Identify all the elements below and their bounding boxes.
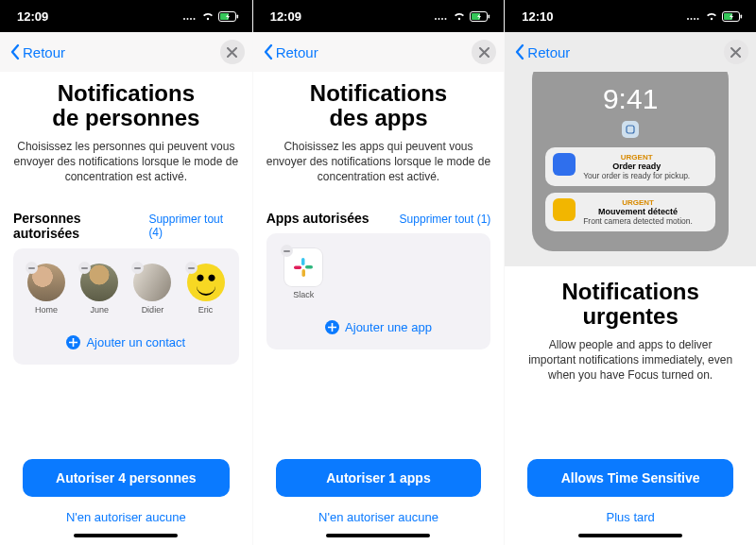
section-label: Apps autorisées: [266, 211, 369, 226]
chevron-left-icon: [514, 43, 525, 60]
status-bar: 12:09: [0, 0, 252, 32]
content-people: Notificationsde personnes Choisissez les…: [0, 72, 252, 545]
battery-charging-icon: [722, 11, 743, 22]
home-indicator[interactable]: [13, 528, 239, 543]
svg-rect-21: [302, 269, 306, 277]
home-indicator[interactable]: [266, 528, 491, 543]
svg-rect-20: [305, 265, 313, 269]
app-slack[interactable]: Slack: [278, 248, 330, 299]
svg-point-12: [438, 18, 440, 20]
back-label: Retour: [276, 44, 318, 60]
phone-people: 12:09 Retour Notificationsde personnes C…: [0, 0, 252, 545]
plus-icon: [325, 320, 339, 334]
focus-indicator-icon: [622, 121, 639, 138]
add-app-button[interactable]: Ajouter une app: [274, 311, 484, 334]
remove-badge[interactable]: [281, 245, 293, 257]
svg-rect-8: [81, 267, 88, 269]
add-contact-button[interactable]: Ajouter un contact: [21, 326, 232, 349]
notif-title: Order ready: [583, 162, 690, 171]
mock-time: 9:41: [603, 83, 658, 115]
later-link[interactable]: Plus tard: [518, 502, 743, 528]
plus-icon: [66, 335, 80, 349]
lockscreen-preview: 9:41 URGENT Order ready Your order is re…: [505, 59, 756, 266]
close-icon: [227, 47, 237, 58]
avatar: [187, 264, 225, 301]
close-button[interactable]: [724, 40, 748, 64]
svg-point-13: [441, 18, 443, 20]
content-apps: Notificationsdes apps Choisissez les app…: [253, 72, 505, 545]
remove-badge[interactable]: [26, 262, 38, 274]
wifi-icon: [705, 11, 718, 21]
phone-apps: 12:09 Retour Notificationsdes apps Chois…: [252, 0, 505, 545]
bottom-cta: Autoriser 4 personnes N'en autoriser auc…: [13, 453, 239, 545]
remove-badge[interactable]: [131, 262, 144, 274]
back-button[interactable]: Retour: [9, 43, 65, 60]
remove-badge[interactable]: [185, 262, 198, 274]
urgent-tag: URGENT: [583, 153, 690, 162]
cellular-icon: [686, 11, 701, 21]
allow-none-link[interactable]: N'en autoriser aucune: [13, 502, 239, 528]
notif-body: Front camera detected motion.: [583, 216, 693, 226]
svg-point-14: [445, 18, 447, 20]
wifi-icon: [453, 11, 466, 21]
avatar: [80, 264, 118, 301]
svg-rect-30: [627, 126, 634, 133]
svg-point-26: [696, 18, 698, 20]
people-row: Home June Didier: [21, 258, 232, 324]
page-title: Notificationsdes apps: [266, 81, 491, 131]
person-eric[interactable]: Eric: [183, 264, 227, 315]
page-title: Notificationsde personnes: [13, 81, 239, 131]
svg-rect-18: [284, 250, 290, 252]
remove-all-link[interactable]: Supprimer tout (1): [400, 213, 491, 226]
close-button[interactable]: [220, 40, 245, 64]
person-home[interactable]: Home: [25, 264, 68, 315]
app-name: Slack: [293, 290, 314, 299]
status-right: [686, 11, 743, 22]
person-june[interactable]: June: [77, 264, 121, 315]
allowed-people-card: Home June Didier: [13, 248, 239, 365]
cellular-icon: [434, 11, 449, 21]
home-indicator[interactable]: [518, 528, 743, 543]
svg-point-2: [190, 18, 192, 20]
back-label: Retour: [527, 44, 570, 60]
battery-charging-icon: [218, 11, 239, 22]
section-header: Apps autorisées Supprimer tout (1): [266, 211, 491, 226]
camera-icon: [553, 198, 576, 221]
svg-rect-29: [740, 14, 742, 18]
svg-point-24: [690, 18, 692, 20]
close-button[interactable]: [472, 40, 496, 64]
close-icon: [730, 47, 741, 58]
bottom-cta: Allows Time Sensitive Plus tard: [518, 453, 743, 545]
allow-time-sensitive-button[interactable]: Allows Time Sensitive: [527, 459, 733, 497]
back-button[interactable]: Retour: [263, 43, 318, 60]
content-urgent: 9:41 URGENT Order ready Your order is re…: [505, 72, 756, 545]
nav-bar: Retour: [0, 32, 252, 72]
section-header: Personnes autorisées Supprimer tout (4): [13, 211, 239, 241]
svg-rect-17: [489, 14, 490, 18]
svg-point-3: [193, 18, 195, 20]
lockscreen-mock: 9:41 URGENT Order ready Your order is re…: [532, 59, 729, 251]
allow-apps-button[interactable]: Autoriser 1 apps: [276, 459, 482, 497]
allow-people-button[interactable]: Autoriser 4 personnes: [23, 459, 230, 497]
mock-notification: URGENT Order ready Your order is ready f…: [545, 147, 715, 186]
status-time: 12:10: [522, 9, 553, 24]
status-bar: 12:09: [253, 0, 505, 32]
nav-bar: Retour: [253, 32, 505, 72]
svg-rect-9: [134, 267, 141, 269]
person-didier[interactable]: Didier: [130, 264, 174, 315]
back-button[interactable]: Retour: [514, 43, 570, 60]
back-label: Retour: [23, 44, 65, 60]
status-right: [434, 11, 490, 22]
status-bar: 12:10: [505, 0, 756, 32]
app-icon: [284, 248, 322, 286]
remove-all-link[interactable]: Supprimer tout (4): [148, 213, 238, 239]
person-name: Home: [35, 305, 58, 315]
allow-none-link[interactable]: N'en autoriser aucune: [266, 502, 491, 528]
cellular-icon: [182, 11, 198, 21]
mock-notification: URGENT Mouvement détecté Front camera de…: [545, 193, 715, 231]
slack-icon: [293, 257, 314, 278]
person-name: Didier: [142, 305, 164, 315]
remove-badge[interactable]: [78, 262, 91, 274]
page-subtitle: Choisissez les personnes qui peuvent vou…: [13, 139, 239, 185]
apps-row: Slack: [274, 243, 484, 309]
